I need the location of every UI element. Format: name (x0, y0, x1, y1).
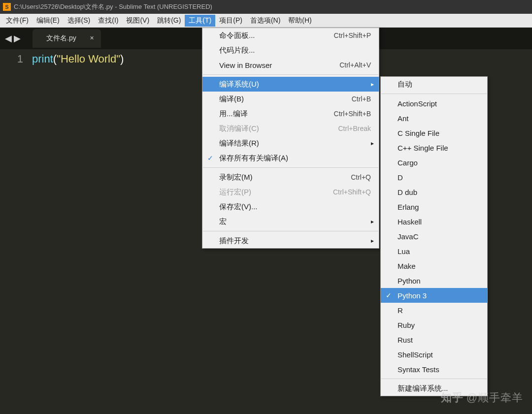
menu-item-label: 编译结果(R) (219, 139, 371, 148)
tools-menu-item: 取消编译(C)Ctrl+Break (202, 121, 379, 136)
build-submenu-item[interactable]: Ant (381, 111, 487, 126)
menu-separator (381, 379, 487, 379)
menu-item-label: 代码片段... (219, 46, 371, 55)
menu-edit[interactable]: 编辑(E) (33, 15, 64, 27)
build-submenu-item[interactable]: Python (381, 273, 487, 288)
menu-item-label: 自动 (398, 80, 479, 89)
tab-label: 文件名.py (46, 34, 76, 42)
menu-item-label: Ant (398, 114, 479, 123)
build-submenu-item[interactable]: ShellScript (381, 347, 487, 362)
menu-item-label: Lua (398, 247, 479, 255)
chevron-right-icon: ▸ (371, 218, 374, 225)
menu-tools[interactable]: 工具(T) (185, 15, 215, 27)
build-submenu-item[interactable]: D dub (381, 185, 487, 199)
tools-menu-item[interactable]: View in BrowserCtrl+Alt+V (202, 58, 379, 72)
menu-select[interactable]: 选择(S) (64, 15, 95, 27)
menu-item-label: View in Browser (219, 61, 339, 69)
menu-prefs[interactable]: 首选项(N) (246, 15, 284, 27)
menu-item-shortcut: Ctrl+Break (338, 125, 371, 132)
file-tab[interactable]: 文件名.py × (33, 29, 101, 48)
tools-menu-item[interactable]: 编译(B)Ctrl+B (202, 92, 379, 106)
build-submenu-item[interactable]: C++ Single File (381, 140, 487, 155)
tools-menu-item[interactable]: 命令面板...Ctrl+Shift+P (202, 28, 379, 43)
tools-menu-item[interactable]: 录制宏(M)Ctrl+Q (202, 170, 379, 185)
build-submenu-item[interactable]: Syntax Tests (381, 362, 487, 377)
menu-project[interactable]: 项目(P) (215, 15, 246, 27)
build-submenu-item[interactable]: 自动 (381, 77, 487, 92)
tab-forward-icon[interactable]: ▶ (14, 33, 21, 44)
watermark: 知乎 @顺手牵羊 (441, 390, 523, 405)
build-submenu-item[interactable]: Rust (381, 332, 487, 347)
gutter: 1 (0, 51, 32, 67)
zhihu-logo: 知乎 (441, 390, 464, 405)
build-system-submenu: 自动ActionScriptAntC Single FileC++ Single… (380, 76, 488, 396)
tools-menu-item[interactable]: 代码片段... (202, 43, 379, 58)
menu-goto[interactable]: 跳转(G) (153, 15, 185, 27)
menu-find[interactable]: 查找(I) (94, 15, 122, 27)
menu-item-label: Syntax Tests (398, 365, 479, 374)
menu-item-label: ActionScript (398, 99, 479, 108)
menu-item-label: 运行宏(P) (219, 188, 333, 197)
token-string: "Hello World" (57, 53, 120, 65)
menu-item-label: 命令面板... (219, 31, 334, 40)
title-bar: S C:\Users\25726\Desktop\文件名.py - Sublim… (0, 0, 532, 14)
menu-item-label: 宏 (219, 217, 371, 226)
menu-item-shortcut: Ctrl+Shift+Q (333, 188, 371, 196)
tools-menu-panel: 命令面板...Ctrl+Shift+P代码片段...View in Browse… (202, 28, 379, 249)
build-submenu-item[interactable]: Cargo (381, 155, 487, 170)
tools-menu-item[interactable]: ✓保存所有有关编译(A) (202, 151, 379, 165)
build-submenu-item[interactable]: D (381, 170, 487, 185)
close-icon[interactable]: × (90, 34, 94, 42)
check-icon: ✓ (207, 154, 213, 162)
menu-separator (203, 167, 378, 168)
menu-item-label: 用...编译 (219, 109, 334, 119)
build-submenu-item[interactable]: Lua (381, 244, 487, 258)
build-submenu-item[interactable]: ✓Python 3 (381, 288, 487, 303)
tools-menu-item[interactable]: 编译系统(U)▸ (202, 77, 379, 92)
token-function: print (32, 53, 53, 65)
menu-item-label: 录制宏(M) (219, 173, 351, 182)
tools-menu-item[interactable]: 用...编译Ctrl+Shift+B (202, 106, 379, 121)
menu-item-label: Haskell (398, 218, 479, 226)
menu-file[interactable]: 文件(F) (2, 15, 33, 27)
tools-menu-item[interactable]: 宏▸ (202, 214, 379, 229)
menu-item-label: Python 3 (398, 291, 479, 300)
menu-item-label: 插件开发 (219, 236, 371, 246)
menu-item-label: C++ Single File (398, 144, 479, 152)
window-title: C:\Users\25726\Desktop\文件名.py - Sublime … (14, 2, 212, 11)
menu-item-label: Make (398, 262, 479, 270)
tab-nav-arrows: ◀ ▶ (5, 33, 21, 44)
tools-menu-item[interactable]: 保存宏(V)... (202, 199, 379, 214)
menu-item-shortcut: Ctrl+Q (351, 173, 371, 181)
menu-view[interactable]: 视图(V) (122, 15, 153, 27)
menu-item-label: Rust (398, 336, 479, 344)
token-punc: ) (120, 53, 124, 65)
build-submenu-item[interactable]: ActionScript (381, 96, 487, 111)
chevron-right-icon: ▸ (371, 140, 374, 147)
menu-item-label: R (398, 306, 479, 315)
check-icon: ✓ (386, 291, 392, 299)
menu-item-label: 编译(B) (219, 95, 352, 104)
chevron-right-icon: ▸ (371, 81, 374, 88)
menu-item-shortcut: Ctrl+Alt+V (339, 61, 371, 69)
build-submenu-item[interactable]: C Single File (381, 126, 487, 140)
build-submenu-item[interactable]: Erlang (381, 199, 487, 214)
tools-menu-item[interactable]: 插件开发▸ (202, 233, 379, 248)
build-submenu-item[interactable]: JavaC (381, 229, 487, 244)
menu-item-shortcut: Ctrl+Shift+P (334, 32, 371, 39)
menu-item-label: D (398, 173, 479, 182)
build-submenu-item[interactable]: Haskell (381, 214, 487, 229)
chevron-right-icon: ▸ (371, 237, 374, 244)
menu-item-label: Cargo (398, 159, 479, 167)
build-submenu-item[interactable]: R (381, 303, 487, 318)
menu-help[interactable]: 帮助(H) (284, 15, 315, 27)
code-line: print("Hello World") (32, 51, 124, 67)
tab-back-icon[interactable]: ◀ (5, 33, 12, 44)
menu-item-label: D dub (398, 188, 479, 196)
menu-item-label: 保存宏(V)... (219, 202, 371, 212)
menu-bar: 文件(F) 编辑(E) 选择(S) 查找(I) 视图(V) 跳转(G) 工具(T… (0, 14, 532, 28)
tools-menu-item[interactable]: 编译结果(R)▸ (202, 136, 379, 151)
tools-menu-item: 运行宏(P)Ctrl+Shift+Q (202, 185, 379, 199)
build-submenu-item[interactable]: Make (381, 258, 487, 273)
build-submenu-item[interactable]: Ruby (381, 318, 487, 332)
